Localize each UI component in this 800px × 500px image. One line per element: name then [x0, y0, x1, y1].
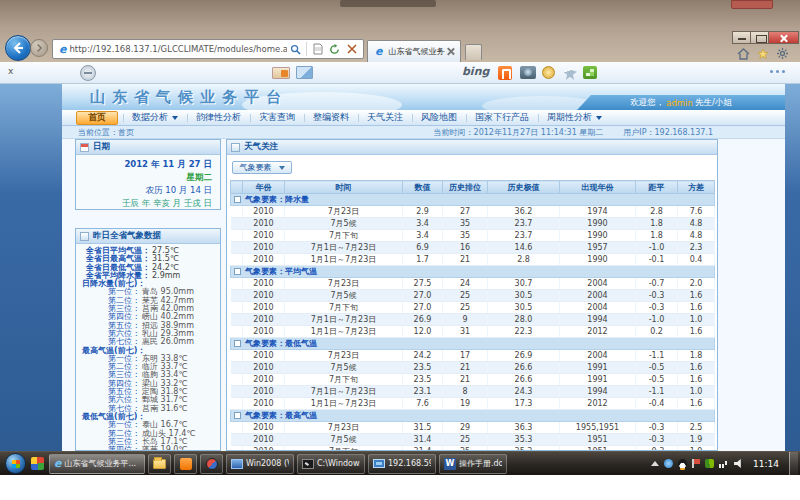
taskbar-button-remote-desktop[interactable]: 192.168.59.99... [368, 454, 436, 474]
cell: 2010 [243, 254, 285, 266]
section-checkbox[interactable] [234, 196, 241, 203]
coin-icon[interactable] [542, 66, 555, 79]
cell: 30.5 [488, 290, 560, 302]
nav-item-rhythm-analysis[interactable]: 韵律性分析 [187, 110, 250, 126]
camera-icon[interactable] [520, 66, 536, 79]
nav-item-data-analysis[interactable]: 数据分析 [123, 110, 187, 126]
word-icon: W [444, 458, 456, 470]
bing-logo[interactable]: bing [462, 65, 489, 78]
cell: 7月23日 [285, 350, 403, 362]
apps-icon[interactable] [583, 66, 597, 79]
minimize-button[interactable] [732, 31, 751, 44]
url-text[interactable]: http://192.168.137.1/GLCCLIMATE/modules/… [69, 44, 287, 54]
start-button[interactable] [5, 453, 26, 474]
section-checkbox[interactable] [234, 268, 241, 275]
table-row: 20107月23日31.52936.31955,1951-0.32.5 [231, 422, 715, 434]
cell: 7月下旬 [285, 302, 403, 314]
close-button[interactable] [768, 31, 799, 44]
cell: 31.4 [403, 434, 443, 446]
taskbar-button-explorer[interactable] [148, 454, 171, 474]
flag-icon[interactable] [692, 459, 700, 468]
tab-close-icon[interactable] [445, 46, 456, 57]
cell: -1.1 [636, 350, 678, 362]
taskbar-button-ie-window[interactable]: e山东省气候业务平... [49, 454, 145, 474]
cell: -1.0 [636, 242, 678, 254]
nav-item-compiled-data[interactable]: 整编资料 [304, 110, 358, 126]
cell: 1991 [560, 374, 636, 386]
pinyin-tool-icon[interactable] [498, 66, 512, 80]
folder-icon [153, 459, 166, 469]
nav-item-risk-map[interactable]: 风险地图 [412, 110, 466, 126]
taskbar-button-cmd-window[interactable]: C:\Windows\s... [297, 454, 365, 474]
messenger-icon[interactable] [664, 459, 673, 468]
qq-icon[interactable] [678, 459, 687, 469]
cell: 2010 [243, 314, 285, 326]
nav-item-home[interactable]: 首页 [76, 111, 118, 125]
table-section-row[interactable]: 气象要素：降水量 [231, 194, 715, 206]
cell: 2.8 [636, 206, 678, 218]
send-mail-icon[interactable] [296, 66, 313, 79]
cell: 1.6 [678, 362, 715, 374]
update-icon[interactable] [705, 459, 714, 468]
cell: 6.9 [403, 242, 443, 254]
element-dropdown-button[interactable]: 气象要素 [232, 161, 292, 174]
yesterday-weather-panel: 昨日全省气象数据 全省日平均气温：27.5℃全省日最高气温：31.5℃全省日最低… [75, 228, 221, 451]
cell: 8 [443, 386, 488, 398]
nav-item-weather-watch[interactable]: 天气关注 [358, 110, 412, 126]
compatibility-view-button[interactable] [309, 41, 326, 57]
cell: 14.6 [488, 242, 560, 254]
taskbar-button-win2008-vm[interactable]: Win2008 (VS2... [226, 454, 294, 474]
toolbar-overflow-icon[interactable] [770, 70, 785, 73]
app-orange-icon [180, 458, 192, 470]
new-tab-button[interactable] [465, 44, 482, 60]
nav-item-national-products[interactable]: 国家下行产品 [466, 110, 538, 126]
back-button[interactable] [5, 35, 31, 61]
favorites-button[interactable] [757, 48, 769, 60]
address-bar[interactable]: e http://192.168.137.1/GLCCLIMATE/module… [52, 39, 364, 59]
browser-tab[interactable]: e 山东省气候业务平... [367, 40, 461, 62]
taskbar-button-app-orange[interactable] [174, 454, 197, 474]
cell: 7月1日～7月23日 [285, 314, 403, 326]
mail-icon[interactable] [272, 67, 290, 79]
cell: 3.4 [403, 218, 443, 230]
cell: 1.6 [678, 326, 715, 338]
nav-item-periodic-analysis[interactable]: 周期性分析 [538, 110, 611, 126]
cell: 23.5 [403, 362, 443, 374]
tray-arrow-icon[interactable] [651, 461, 659, 466]
taskbar-clock[interactable]: 11:14 [753, 459, 779, 469]
nav-item-disaster-query[interactable]: 灾害查询 [250, 110, 304, 126]
maximize-button[interactable] [750, 31, 769, 44]
home-button[interactable] [737, 48, 750, 60]
show-desktop-button[interactable] [789, 452, 798, 476]
cell: 2010 [243, 350, 285, 362]
refresh-button[interactable] [326, 41, 343, 57]
command-bar: x bing [0, 62, 800, 84]
cell: -0.5 [636, 374, 678, 386]
cell: -0.3 [636, 302, 678, 314]
table-section-row[interactable]: 气象要素：最低气温 [231, 338, 715, 350]
nav-item-label: 韵律性分析 [196, 111, 241, 124]
taskbar-button-word-doc[interactable]: W操作手册.docx ... [439, 454, 507, 474]
taskbar-button-media-app[interactable] [200, 454, 223, 474]
launcher-icon[interactable] [31, 457, 44, 470]
forward-button[interactable] [30, 39, 48, 57]
search-button[interactable] [287, 41, 304, 57]
cell: 0.2 [636, 326, 678, 338]
taskbar-button-label: 山东省气候业务平... [64, 458, 136, 469]
table-section-row[interactable]: 气象要素：最高气温 [231, 410, 715, 422]
section-checkbox[interactable] [234, 340, 241, 347]
cell: 35 [443, 230, 488, 242]
cell: -1.1 [636, 386, 678, 398]
section-checkbox[interactable] [234, 412, 241, 419]
volume-icon[interactable] [734, 459, 743, 468]
stat-value: 2.9mm [152, 272, 180, 280]
cell: 7月23日 [285, 278, 403, 290]
blocked-circle-icon[interactable] [80, 65, 96, 81]
tools-button[interactable] [776, 47, 789, 60]
network-icon[interactable] [719, 459, 729, 468]
cell: 23.7 [488, 218, 560, 230]
spark-icon[interactable] [563, 65, 577, 80]
stop-button[interactable] [343, 41, 360, 57]
table-section-row[interactable]: 气象要素：平均气温 [231, 266, 715, 278]
close-toolbar-button[interactable]: x [8, 66, 13, 76]
